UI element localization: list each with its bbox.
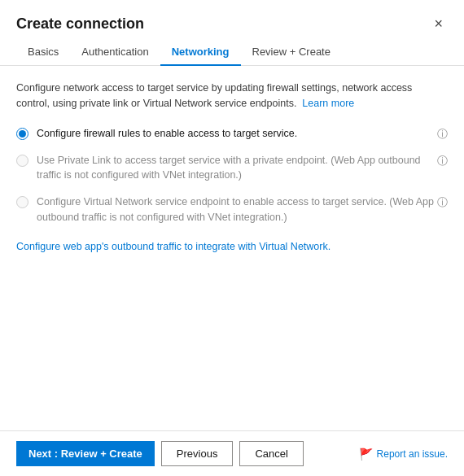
learn-more-link[interactable]: Learn more bbox=[302, 98, 354, 109]
dialog-footer: Next : Review + Create Previous Cancel 🚩… bbox=[0, 430, 464, 476]
info-icon-vnet-endpoint[interactable]: ⓘ bbox=[437, 195, 448, 210]
tab-review-create[interactable]: Review + Create bbox=[241, 39, 342, 66]
previous-button[interactable]: Previous bbox=[161, 441, 234, 466]
cancel-button[interactable]: Cancel bbox=[239, 441, 303, 466]
next-button[interactable]: Next : Review + Create bbox=[16, 441, 155, 466]
description-text: Configure network access to target servi… bbox=[16, 81, 448, 111]
radio-label-private-link: Use Private Link to access target servic… bbox=[37, 153, 434, 184]
tab-bar: Basics Authentication Networking Review … bbox=[0, 39, 464, 66]
tab-networking[interactable]: Networking bbox=[160, 39, 241, 66]
tab-authentication[interactable]: Authentication bbox=[70, 39, 160, 66]
radio-vnet-endpoint[interactable] bbox=[16, 196, 28, 208]
vnet-configure-link[interactable]: Configure web app's outbound traffic to … bbox=[16, 241, 330, 252]
dialog-header: Create connection × bbox=[0, 0, 464, 39]
report-icon: 🚩 bbox=[359, 448, 373, 461]
radio-label-firewall[interactable]: Configure firewall rules to enable acces… bbox=[37, 126, 434, 142]
info-icon-private-link[interactable]: ⓘ bbox=[437, 154, 448, 168]
radio-item-private-link: Use Private Link to access target servic… bbox=[16, 153, 448, 184]
radio-firewall[interactable] bbox=[16, 128, 28, 140]
network-options-group: Configure firewall rules to enable acces… bbox=[16, 126, 448, 225]
info-icon-firewall[interactable]: ⓘ bbox=[437, 127, 448, 142]
tab-basics[interactable]: Basics bbox=[16, 39, 70, 66]
dialog-body: Configure network access to target servi… bbox=[0, 66, 464, 430]
vnet-link-container: Configure web app's outbound traffic to … bbox=[16, 240, 448, 252]
radio-item-vnet-endpoint: Configure Virtual Network service endpoi… bbox=[16, 194, 448, 225]
radio-label-vnet-endpoint: Configure Virtual Network service endpoi… bbox=[37, 194, 434, 225]
report-label: Report an issue. bbox=[377, 448, 448, 460]
radio-private-link[interactable] bbox=[16, 155, 28, 167]
dialog-title: Create connection bbox=[16, 15, 144, 33]
report-issue-link[interactable]: 🚩 Report an issue. bbox=[359, 448, 448, 461]
create-connection-dialog: Create connection × Basics Authenticatio… bbox=[0, 0, 464, 476]
close-button[interactable]: × bbox=[429, 15, 448, 33]
radio-item-firewall: Configure firewall rules to enable acces… bbox=[16, 126, 448, 142]
